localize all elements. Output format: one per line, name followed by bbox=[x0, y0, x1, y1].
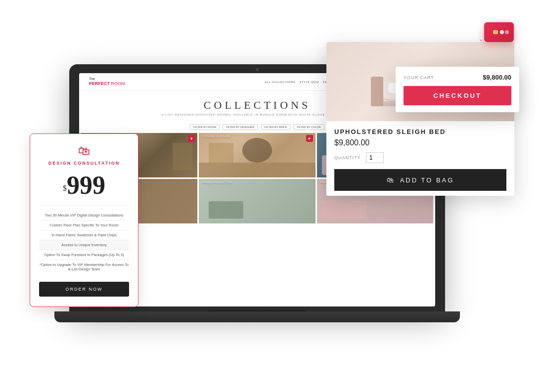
credit-card-float bbox=[484, 22, 514, 42]
room-cooking[interactable]: COOKING IN COLOR ♥ bbox=[199, 133, 315, 177]
add-to-bag-button[interactable]: 🛍 ADD TO BAG bbox=[334, 169, 506, 191]
site-logo: The PERFECT ROOM bbox=[89, 77, 125, 87]
cart-row: YOUR CART $9,800.00 bbox=[404, 74, 511, 81]
pricing-title: DESIGN CONSULTATION bbox=[39, 161, 129, 166]
card-dots bbox=[500, 30, 509, 34]
feature-1: Two 30 Minute VIP Digital Design Consult… bbox=[39, 211, 129, 220]
cart-total: $9,800.00 bbox=[483, 74, 511, 81]
card-dot bbox=[505, 30, 509, 34]
quantity-label: QUANTITY bbox=[334, 155, 361, 160]
checkout-button[interactable]: CHECKOUT bbox=[404, 86, 511, 105]
add-to-bag-label: ADD TO BAG bbox=[400, 176, 454, 184]
order-now-button[interactable]: ORDER NOW bbox=[39, 282, 129, 297]
nav-style-quiz[interactable]: STYLE QUIZ bbox=[299, 81, 319, 84]
room-heart-1[interactable]: ♥ bbox=[188, 135, 195, 142]
filter-designer[interactable]: FILTER BY DESIGNER bbox=[223, 124, 258, 130]
bag-icon: 🛍 bbox=[387, 176, 395, 184]
room-heart-2[interactable]: ♥ bbox=[306, 135, 313, 142]
currency-symbol: $ bbox=[63, 184, 67, 192]
product-price: $9,800.00 bbox=[334, 138, 506, 147]
feature-3: In-Hand Fabric Swatches & Paint Chips bbox=[39, 230, 129, 240]
room-label-2: COOKING IN COLOR bbox=[202, 135, 230, 138]
room-scene-5 bbox=[199, 179, 315, 223]
card-dot bbox=[500, 30, 504, 34]
feature-2: Custom Floor Plan Specific To Your Room bbox=[39, 220, 129, 230]
filter-room[interactable]: FILTER BY ROOM bbox=[190, 124, 220, 130]
price-number: 999 bbox=[67, 171, 105, 199]
feature-5: Option To Swap Furniture In Packages (Up… bbox=[39, 250, 129, 260]
filter-color[interactable]: FILTER BY COLOR bbox=[293, 124, 324, 130]
cart-label: YOUR CART bbox=[404, 75, 434, 80]
svg-rect-1 bbox=[371, 77, 383, 106]
quantity-row: QUANTITY bbox=[334, 152, 506, 163]
room-poised[interactable]: POISED PERFECTION bbox=[199, 179, 315, 223]
product-popup: UPHOLSTERED SLEIGH BED $9,800.00 QUANTIT… bbox=[326, 42, 514, 196]
room-label-5: POISED PERFECTION bbox=[202, 181, 232, 184]
product-title: UPHOLSTERED SLEIGH BED bbox=[334, 128, 506, 135]
card-chip bbox=[493, 30, 498, 34]
pricing-features: Two 30 Minute VIP Digital Design Consult… bbox=[39, 205, 129, 274]
feature-4: Access to Unique Inventory bbox=[39, 240, 129, 250]
laptop-base: MacBook bbox=[54, 311, 460, 322]
pricing-icon: 🛍 bbox=[39, 144, 129, 158]
filter-price[interactable]: FILTER BY PRICE bbox=[261, 124, 291, 130]
quantity-input[interactable] bbox=[366, 152, 384, 163]
pricing-card: 🛍 DESIGN CONSULTATION $999 Two 30 Minute… bbox=[30, 133, 138, 307]
nav-all-collections[interactable]: ALL COLLECTIONS bbox=[265, 81, 295, 84]
product-info-panel: UPHOLSTERED SLEIGH BED $9,800.00 QUANTIT… bbox=[326, 121, 514, 196]
pricing-amount: $999 bbox=[39, 173, 129, 198]
room-scene-2 bbox=[199, 133, 315, 177]
feature-6: *Option to Upgrade To VIP Membership For… bbox=[39, 260, 129, 274]
laptop-camera bbox=[256, 68, 259, 71]
cart-popup: YOUR CART $9,800.00 CHECKOUT bbox=[396, 67, 519, 112]
dot-decor-4 bbox=[480, 40, 482, 41]
